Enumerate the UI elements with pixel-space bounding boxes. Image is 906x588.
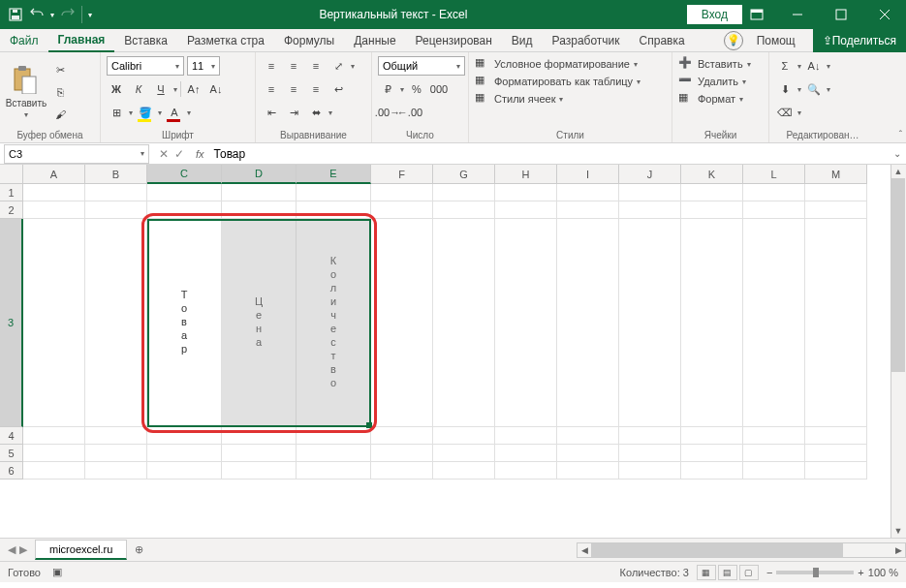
- cell-K5[interactable]: [681, 445, 743, 462]
- cell-M5[interactable]: [805, 445, 867, 462]
- fill-color-button[interactable]: 🪣: [136, 103, 155, 122]
- cell-E4[interactable]: [297, 427, 371, 445]
- tab-home[interactable]: Главная: [48, 29, 115, 52]
- increase-decimal-button[interactable]: .00→: [378, 103, 397, 122]
- delete-cells-button[interactable]: ➖Удалить ▾: [678, 74, 751, 89]
- cell-A4[interactable]: [23, 427, 85, 445]
- format-as-table-button[interactable]: ▦Форматировать как таблицу ▾: [475, 74, 640, 89]
- number-format-select[interactable]: Общий▾: [378, 56, 465, 76]
- sheet-nav-last[interactable]: ▶: [19, 543, 27, 556]
- column-header-B[interactable]: B: [85, 165, 147, 184]
- cell-J3[interactable]: [619, 219, 681, 427]
- accept-formula-button[interactable]: ✓: [174, 147, 184, 161]
- cell-M4[interactable]: [805, 427, 867, 445]
- cell-L3[interactable]: [743, 219, 805, 427]
- cell-H4[interactable]: [495, 427, 557, 445]
- cell-H5[interactable]: [495, 445, 557, 462]
- align-right-button[interactable]: ≡: [306, 79, 326, 99]
- cell-J2[interactable]: [619, 201, 681, 219]
- cell-I3[interactable]: [557, 219, 619, 427]
- zoom-slider[interactable]: [776, 571, 854, 574]
- sort-dropdown[interactable]: ▾: [827, 62, 830, 71]
- cell-J4[interactable]: [619, 427, 681, 445]
- row-header-2[interactable]: 2: [0, 201, 23, 219]
- tab-developer[interactable]: Разработчик: [543, 30, 630, 51]
- autosum-button[interactable]: Σ: [775, 56, 795, 76]
- currency-dropdown[interactable]: ▾: [400, 85, 404, 94]
- decrease-decimal-button[interactable]: ←.00: [400, 103, 420, 122]
- view-page-layout-button[interactable]: ▤: [718, 565, 737, 580]
- cell-C5[interactable]: [147, 445, 222, 462]
- merge-dropdown[interactable]: ▾: [328, 108, 332, 117]
- clear-dropdown[interactable]: ▾: [797, 108, 801, 117]
- cell-F4[interactable]: [371, 427, 433, 445]
- share-button[interactable]: ⇪ Поделиться: [813, 29, 906, 52]
- zoom-level[interactable]: 100 %: [868, 567, 898, 578]
- fill-dropdown[interactable]: ▾: [158, 108, 162, 117]
- cell-F1[interactable]: [371, 184, 433, 201]
- cell-G2[interactable]: [433, 201, 495, 219]
- tab-insert[interactable]: Вставка: [114, 30, 177, 51]
- ribbon-display-icon[interactable]: [750, 9, 775, 20]
- align-bottom-button[interactable]: ≡: [306, 56, 326, 76]
- cell-H1[interactable]: [495, 184, 557, 201]
- vscroll-thumb[interactable]: [891, 178, 905, 372]
- cell-L2[interactable]: [743, 201, 805, 219]
- cell-F6[interactable]: [371, 462, 433, 480]
- cell-K4[interactable]: [681, 427, 743, 445]
- paste-button[interactable]: Вставить ▾: [6, 56, 47, 128]
- cell-G5[interactable]: [433, 445, 495, 462]
- cell-L1[interactable]: [743, 184, 805, 201]
- scroll-right-button[interactable]: ▶: [891, 543, 905, 557]
- cell-A3[interactable]: [23, 219, 85, 427]
- sort-filter-button[interactable]: A↓: [804, 56, 824, 76]
- cell-E1[interactable]: [297, 184, 371, 201]
- maximize-button[interactable]: [819, 0, 862, 29]
- cell-I4[interactable]: [557, 427, 619, 445]
- conditional-formatting-button[interactable]: ▦Условное форматирование ▾: [475, 56, 640, 72]
- row-header-5[interactable]: 5: [0, 445, 23, 462]
- cell-C6[interactable]: [147, 462, 222, 480]
- view-normal-button[interactable]: ▦: [697, 565, 716, 580]
- add-sheet-button[interactable]: ⊕: [127, 543, 150, 556]
- font-color-button[interactable]: A: [165, 103, 184, 122]
- row-header-4[interactable]: 4: [0, 427, 23, 445]
- row-header-3[interactable]: 3: [0, 219, 23, 427]
- cell-J1[interactable]: [619, 184, 681, 201]
- column-header-F[interactable]: F: [371, 165, 433, 184]
- row-header-6[interactable]: 6: [0, 462, 23, 480]
- column-header-K[interactable]: K: [681, 165, 743, 184]
- qat-customize-icon[interactable]: ▾: [88, 11, 92, 19]
- cell-H3[interactable]: [495, 219, 557, 427]
- column-header-L[interactable]: L: [743, 165, 805, 184]
- cell-B3[interactable]: [85, 219, 147, 427]
- cell-I1[interactable]: [557, 184, 619, 201]
- orientation-button[interactable]: ⤢: [328, 56, 348, 76]
- minimize-button[interactable]: [775, 0, 819, 29]
- undo-dropdown-icon[interactable]: ▾: [50, 11, 54, 19]
- record-macro-icon[interactable]: ▣: [52, 566, 62, 578]
- tab-data[interactable]: Данные: [344, 30, 405, 51]
- cell-D6[interactable]: [222, 462, 297, 480]
- cell-A2[interactable]: [23, 201, 85, 219]
- save-icon[interactable]: [8, 7, 23, 22]
- cell-F5[interactable]: [371, 445, 433, 462]
- undo-icon[interactable]: [29, 7, 45, 22]
- cell-K3[interactable]: [681, 219, 743, 427]
- zoom-in-button[interactable]: +: [858, 567, 863, 578]
- bold-button[interactable]: Ж: [107, 79, 126, 99]
- cell-C1[interactable]: [147, 184, 222, 201]
- insert-cells-button[interactable]: ➕Вставить ▾: [678, 56, 751, 72]
- borders-dropdown[interactable]: ▾: [129, 108, 133, 117]
- underline-button[interactable]: Ч: [151, 79, 171, 99]
- cell-A5[interactable]: [23, 445, 85, 462]
- sheet-nav-first[interactable]: ◀: [8, 543, 16, 556]
- cell-M1[interactable]: [805, 184, 867, 201]
- find-button[interactable]: 🔍: [804, 79, 824, 99]
- font-size-select[interactable]: 11▾: [187, 56, 220, 76]
- column-header-I[interactable]: I: [557, 165, 619, 184]
- copy-button[interactable]: ⎘: [50, 82, 70, 102]
- borders-button[interactable]: ⊞: [107, 103, 126, 122]
- cell-B2[interactable]: [85, 201, 147, 219]
- scroll-up-button[interactable]: ▲: [891, 165, 905, 178]
